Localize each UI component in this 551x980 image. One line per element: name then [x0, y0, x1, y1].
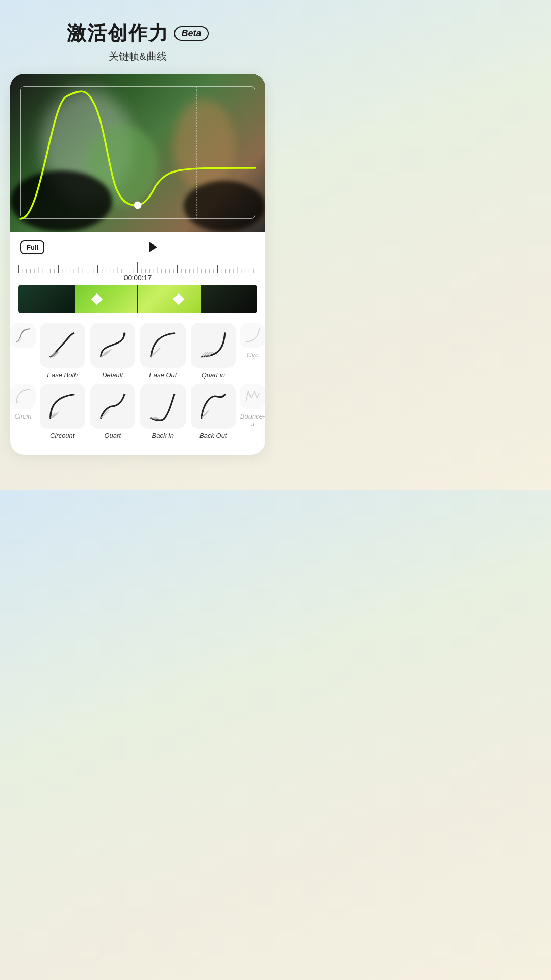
easing-card-default[interactable] — [90, 323, 136, 368]
controls-bar: Full — [10, 232, 265, 262]
easing-card-circount[interactable] — [40, 384, 85, 429]
easing-item-quart: Quart — [90, 384, 136, 440]
easing-label-back-in: Back In — [152, 432, 174, 439]
full-button[interactable]: Full — [20, 240, 44, 254]
easing-item-back-in: Back In — [140, 384, 186, 440]
easing-item-default: Default — [90, 323, 136, 379]
easing-label-ease-both: Ease Both — [47, 371, 78, 379]
play-icon — [149, 242, 157, 252]
side-ghost-right-row2: Bounce-J — [240, 384, 265, 428]
easing-card-ease-out[interactable] — [140, 323, 186, 368]
easing-label-back-out: Back Out — [199, 432, 227, 439]
easing-item-quart-in: Quart in — [191, 323, 236, 379]
side-ghost-left-row1 — [10, 323, 36, 348]
easing-card-ghost-circ[interactable] — [240, 323, 265, 348]
easing-item-circount: Circount — [40, 384, 85, 440]
main-card: Full — [10, 74, 265, 455]
film-segment-dark-right — [201, 285, 257, 313]
easing-item-ease-out: Ease Out — [140, 323, 186, 379]
easing-label-bounce: Bounce-J — [240, 412, 265, 428]
svg-line-104 — [205, 410, 209, 415]
curve-svg — [10, 74, 265, 232]
easing-card-ease-both[interactable] — [40, 323, 85, 368]
easing-label-default: Default — [102, 371, 123, 379]
easing-item-ease-both: Ease Both — [40, 323, 85, 379]
film-strip[interactable] — [18, 285, 257, 313]
easing-label-circ: Circ — [246, 351, 258, 359]
svg-line-92 — [55, 411, 59, 415]
side-ghost-left-row2: Circin — [10, 384, 36, 420]
easing-label-circount: Circount — [50, 432, 74, 439]
easing-card-ghost-circin[interactable] — [10, 384, 36, 409]
easing-card-ghost-bounce[interactable] — [240, 384, 265, 409]
easing-card-back-out[interactable] — [191, 384, 236, 429]
easing-label-circin: Circin — [14, 412, 31, 420]
easing-card-quart[interactable] — [90, 384, 136, 429]
timeline-cursor-container — [18, 285, 257, 313]
svg-line-80 — [156, 348, 160, 352]
header-main-text: 激活创作力 — [67, 20, 169, 46]
easing-row1-main: Ease Both Default — [40, 323, 236, 379]
side-ghost-right-row1: Circ — [240, 323, 265, 359]
play-button[interactable] — [143, 238, 162, 256]
easing-label-quart: Quart — [104, 432, 121, 439]
easing-card-quart-in[interactable] — [191, 323, 236, 368]
easing-row-1: Ease Both Default — [10, 323, 265, 379]
beta-badge: Beta — [174, 26, 208, 41]
easing-item-back-out: Back Out — [191, 384, 236, 440]
svg-point-0 — [134, 202, 141, 209]
header: 激活创作力 Beta 关键帧&曲线 — [67, 20, 208, 63]
easing-row2-main: Circount Quart — [40, 384, 236, 440]
header-subtitle: 关键帧&曲线 — [67, 50, 208, 63]
easing-row-2: Circin Circount — [10, 384, 265, 440]
film-segment-dark-left — [18, 285, 75, 313]
easing-label-quart-in: Quart in — [202, 371, 225, 379]
svg-line-79 — [155, 349, 159, 354]
timeline-section: 00:00:17 — [10, 262, 265, 313]
timeline-ruler — [18, 262, 257, 273]
ruler-svg — [18, 262, 257, 273]
easing-label-ease-out: Ease Out — [149, 371, 177, 379]
easing-card-back-in[interactable] — [140, 384, 186, 429]
video-preview — [10, 74, 265, 232]
svg-line-74 — [105, 351, 110, 356]
timeline-time: 00:00:17 — [18, 274, 257, 282]
film-cursor-line — [137, 285, 138, 313]
easing-card-ghost-left-row1[interactable] — [10, 323, 36, 348]
